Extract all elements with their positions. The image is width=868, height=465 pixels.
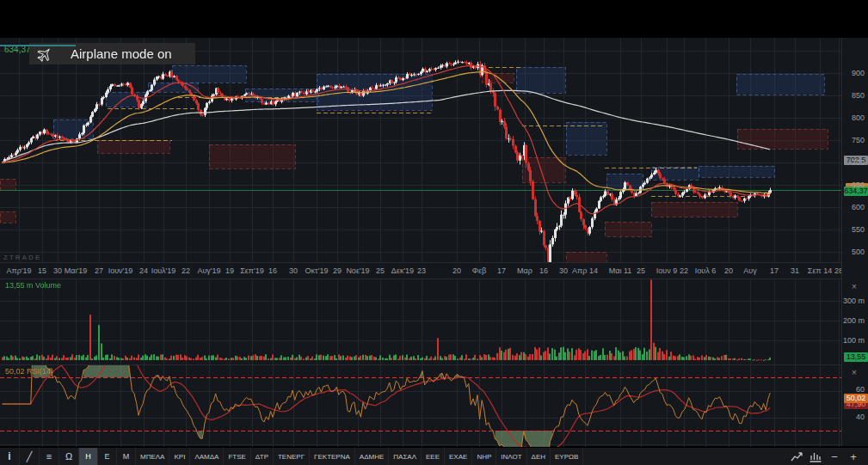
watchlist-icon[interactable]: ≡: [40, 448, 59, 465]
rsi-value-tag: 50,02: [844, 394, 868, 403]
symbol-tab-ΜΠΕΛΑ[interactable]: ΜΠΕΛΑ: [136, 448, 169, 465]
zoom-out-button[interactable]: −: [825, 450, 844, 463]
time-tick: Ιουλ 6: [695, 266, 716, 275]
rsi-legend[interactable]: 50,02 RSI(14): [5, 367, 53, 376]
zoom-in-button[interactable]: +: [844, 450, 863, 463]
trading-app: Απρ'191530Μαι'1927Ιουν'1924Ιουλ'1922Αυγ'…: [0, 0, 868, 465]
time-tick: Αυγ: [743, 266, 756, 275]
time-tick: Ιουν 9: [656, 266, 677, 275]
price-chart-canvas[interactable]: [0, 38, 841, 262]
time-tick: Οκτ'19: [305, 266, 329, 275]
omega-icon[interactable]: Ω: [59, 448, 79, 465]
time-tick: 30: [53, 266, 62, 275]
axis-tick: 800: [852, 113, 865, 122]
time-tick: 31: [791, 266, 799, 275]
symbol-tab-ΑΔΜΗΕ[interactable]: ΑΔΜΗΕ: [355, 448, 389, 465]
time-tick: 29: [333, 266, 342, 275]
symbol-tab-ΕΕΕ[interactable]: ΕΕΕ: [422, 448, 445, 465]
time-tick: Σεπ 14: [808, 266, 832, 275]
time-tick: Απρ 14: [572, 266, 598, 275]
axis-tick: 200 m: [843, 316, 865, 325]
time-tick: Απρ'19: [6, 266, 31, 275]
time-tick: 23: [417, 266, 426, 275]
close-rsi-icon[interactable]: ×: [852, 369, 857, 377]
bottom-toolbar: i╱≡ΩΗΕΜΜΠΕΛΑΚΡΙΛΑΜΔΑFTSEΔΤΡΤΕΝΕΡΓΓΕΚΤΕΡΝ…: [0, 447, 868, 465]
axis-tick: 750: [852, 136, 865, 144]
close-volume-icon[interactable]: ×: [852, 283, 857, 291]
symbol-tab-ΔΤΡ[interactable]: ΔΤΡ: [251, 448, 274, 465]
rsi-pane[interactable]: [0, 364, 841, 446]
trendline-icon[interactable]: ╱: [20, 448, 40, 465]
symbol-tab-ΕΥΡΩΒ[interactable]: ΕΥΡΩΒ: [551, 448, 583, 465]
volume-chart-canvas[interactable]: [0, 279, 841, 364]
time-tick: 17: [497, 266, 506, 275]
time-tick: Σεπ'19: [240, 266, 264, 275]
time-tick: 19: [225, 266, 234, 275]
time-tick: 20: [452, 266, 461, 275]
symbol-tab-ΙΝΛΟΤ[interactable]: ΙΝΛΟΤ: [496, 448, 526, 465]
time-tick: 24: [139, 266, 148, 275]
time-tick: 16: [268, 266, 277, 275]
symbol-tab-ΝΗΡ[interactable]: ΝΗΡ: [472, 448, 496, 465]
axis-tick: 900: [852, 69, 865, 77]
symbol-tab-ΛΑΜΔΑ[interactable]: ΛΑΜΔΑ: [190, 448, 224, 465]
symbol-tab-ΚΡΙ[interactable]: ΚΡΙ: [169, 448, 190, 465]
symbol-tab-ΓΕΚΤΕΡΝΑ[interactable]: ΓΕΚΤΕΡΝΑ: [310, 448, 355, 465]
time-tick: 30: [289, 266, 298, 275]
time-tick: 25: [376, 266, 385, 275]
info-icon[interactable]: i: [0, 448, 20, 465]
time-tick: 16: [539, 266, 548, 275]
axis-tick: 40: [856, 413, 865, 421]
timeframe-tab-Η[interactable]: Η: [79, 448, 98, 465]
price-pane[interactable]: [0, 38, 841, 262]
time-tick: 22: [680, 266, 688, 275]
axis-tick: 550: [852, 225, 865, 234]
axis-tick: 500: [852, 248, 865, 256]
time-tick: 22: [182, 266, 190, 275]
volume-legend[interactable]: 13,55 m Volume: [5, 281, 61, 290]
axis-tick: 100 m: [843, 336, 865, 345]
symbol-tab-ΔΕΗ[interactable]: ΔΕΗ: [527, 448, 551, 465]
time-tick: Ιουλ'19: [151, 266, 176, 275]
time-axis[interactable]: Απρ'191530Μαι'1927Ιουν'1924Ιουλ'1922Αυγ'…: [0, 262, 868, 279]
line-chart-icon[interactable]: [787, 451, 806, 462]
time-tick: Μαι 11: [609, 266, 632, 275]
value-axis[interactable]: 702,5 634,37 13,55 m 47,90 50,02 × × 900…: [841, 38, 868, 446]
volume-value-tag: 13,55 m: [844, 352, 868, 362]
time-tick: 25: [637, 266, 645, 275]
symbol-tab-ΕΧΑΕ[interactable]: ΕΧΑΕ: [445, 448, 472, 465]
time-tick: Δεκ'19: [391, 266, 414, 275]
timeframe-tab-Ε[interactable]: Ε: [98, 448, 117, 465]
axis-tick: 650: [852, 180, 865, 189]
symbol-tab-FTSE[interactable]: FTSE: [224, 448, 250, 465]
axis-tick: 850: [852, 91, 865, 100]
volume-pane[interactable]: [0, 279, 841, 364]
broker-watermark: ZTRADE: [3, 254, 41, 261]
time-tick: 20: [724, 266, 733, 275]
symbol-tab-ΤΕΝΕΡΓ[interactable]: ΤΕΝΕΡΓ: [274, 448, 310, 465]
legend-underline: [0, 45, 76, 46]
axis-tick: 700: [852, 158, 865, 167]
toast-text: Airplane mode on: [71, 46, 172, 61]
rsi-chart-canvas[interactable]: [0, 365, 841, 447]
toolbar-right-group: − +: [787, 448, 868, 465]
timeframe-tab-Μ[interactable]: Μ: [117, 448, 136, 465]
time-tick: Μαρ: [517, 266, 532, 275]
time-tick: 15: [38, 266, 46, 275]
time-tick: Νοε'19: [346, 266, 369, 275]
time-tick: Φεβ: [472, 266, 486, 275]
time-tick: 30: [559, 266, 568, 275]
time-tick: 17: [770, 266, 779, 275]
symbol-tab-ΠΑΣΑΛ[interactable]: ΠΑΣΑΛ: [389, 448, 422, 465]
time-tick: Αυγ'19: [197, 266, 220, 275]
time-tick: Ιουν'19: [108, 266, 133, 275]
time-tick: Μαι'19: [65, 266, 87, 275]
bar-chart-icon[interactable]: [806, 451, 825, 462]
axis-tick: 300 m: [843, 297, 865, 305]
axis-tick: 600: [852, 203, 865, 211]
axis-tick: 60: [856, 385, 865, 394]
time-tick: 27: [95, 266, 103, 275]
